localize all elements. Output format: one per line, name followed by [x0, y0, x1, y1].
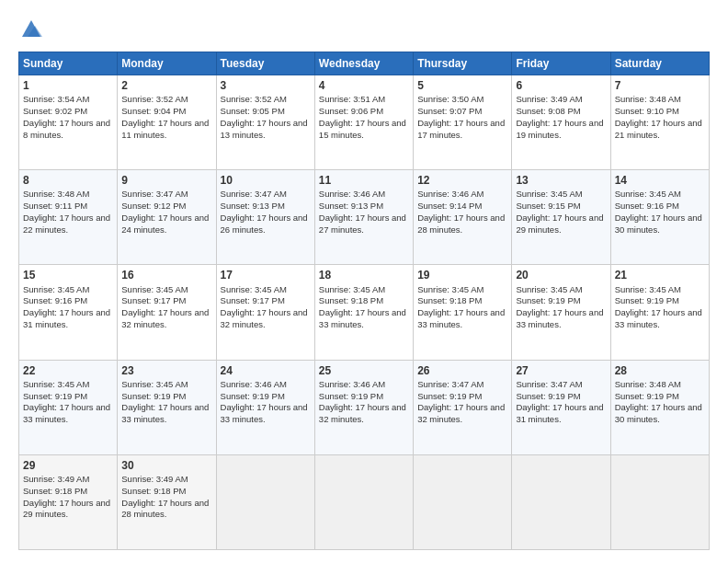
sunrise-text: Sunrise: 3:52 AM [221, 94, 287, 104]
day-number: 11 [319, 173, 409, 188]
sunrise-text: Sunrise: 3:45 AM [319, 284, 385, 294]
daylight-text: Daylight: 17 hours and 33 minutes. [221, 402, 308, 424]
sunset-text: Sunset: 9:19 PM [516, 391, 580, 401]
day-number: 16 [121, 268, 211, 282]
day-number: 10 [221, 173, 311, 188]
day-number: 15 [23, 268, 113, 282]
sunset-text: Sunset: 9:13 PM [221, 201, 285, 211]
calendar-cell: 10Sunrise: 3:47 AMSunset: 9:13 PMDayligh… [216, 170, 314, 265]
sunset-text: Sunset: 9:02 PM [23, 106, 87, 116]
day-number: 21 [615, 268, 705, 282]
sunrise-text: Sunrise: 3:45 AM [23, 379, 89, 389]
day-number: 14 [615, 173, 705, 188]
day-number: 4 [319, 78, 409, 93]
daylight-text: Daylight: 17 hours and 19 minutes. [516, 118, 603, 140]
daylight-text: Daylight: 17 hours and 32 minutes. [417, 402, 505, 424]
calendar-cell: 19Sunrise: 3:45 AMSunset: 9:18 PMDayligh… [414, 265, 512, 360]
daylight-text: Daylight: 17 hours and 32 minutes. [221, 307, 308, 329]
day-number: 1 [23, 78, 113, 93]
sunset-text: Sunset: 9:19 PM [319, 391, 383, 401]
calendar-cell: 2Sunrise: 3:52 AMSunset: 9:04 PMDaylight… [118, 75, 216, 170]
day-number: 19 [417, 268, 507, 282]
calendar-week-row: 8Sunrise: 3:48 AMSunset: 9:11 PMDaylight… [19, 170, 710, 265]
day-number: 20 [516, 268, 606, 282]
sunrise-text: Sunrise: 3:48 AM [23, 189, 89, 199]
day-number: 2 [121, 78, 211, 93]
daylight-text: Daylight: 17 hours and 32 minutes. [121, 307, 209, 329]
sunrise-text: Sunrise: 3:47 AM [516, 379, 582, 389]
sunset-text: Sunset: 9:19 PM [516, 295, 580, 305]
sunset-text: Sunset: 9:17 PM [121, 295, 186, 305]
sunrise-text: Sunrise: 3:45 AM [516, 284, 582, 294]
day-number: 28 [615, 363, 705, 378]
daylight-text: Daylight: 17 hours and 33 minutes. [121, 402, 209, 424]
sunset-text: Sunset: 9:14 PM [417, 201, 482, 211]
calendar-cell: 17Sunrise: 3:45 AMSunset: 9:17 PMDayligh… [216, 265, 314, 360]
calendar-cell: 13Sunrise: 3:45 AMSunset: 9:15 PMDayligh… [512, 170, 610, 265]
daylight-text: Daylight: 17 hours and 22 minutes. [23, 213, 110, 235]
day-number: 12 [417, 173, 507, 188]
calendar-cell: 5Sunrise: 3:50 AMSunset: 9:07 PMDaylight… [414, 75, 512, 170]
calendar-week-row: 15Sunrise: 3:45 AMSunset: 9:16 PMDayligh… [19, 265, 710, 360]
col-header-monday: Monday [118, 52, 216, 75]
day-number: 6 [516, 78, 606, 93]
sunset-text: Sunset: 9:08 PM [516, 106, 580, 116]
daylight-text: Daylight: 17 hours and 31 minutes. [516, 402, 603, 424]
calendar-table: SundayMondayTuesdayWednesdayThursdayFrid… [18, 52, 710, 550]
daylight-text: Daylight: 17 hours and 33 minutes. [615, 307, 702, 329]
day-number: 8 [23, 173, 113, 188]
sunrise-text: Sunrise: 3:46 AM [319, 379, 385, 389]
calendar-cell: 26Sunrise: 3:47 AMSunset: 9:19 PMDayligh… [414, 360, 512, 454]
sunset-text: Sunset: 9:04 PM [121, 106, 186, 116]
sunset-text: Sunset: 9:19 PM [221, 391, 285, 401]
calendar-cell [512, 454, 610, 549]
day-number: 9 [121, 173, 211, 188]
calendar-cell: 28Sunrise: 3:48 AMSunset: 9:19 PMDayligh… [610, 360, 709, 454]
calendar-cell [314, 454, 413, 549]
calendar-week-row: 1Sunrise: 3:54 AMSunset: 9:02 PMDaylight… [19, 75, 710, 170]
calendar-cell: 16Sunrise: 3:45 AMSunset: 9:17 PMDayligh… [118, 265, 216, 360]
col-header-wednesday: Wednesday [314, 52, 413, 75]
page: SundayMondayTuesdayWednesdayThursdayFrid… [0, 0, 728, 563]
calendar-cell: 14Sunrise: 3:45 AMSunset: 9:16 PMDayligh… [610, 170, 709, 265]
sunset-text: Sunset: 9:19 PM [417, 391, 482, 401]
sunset-text: Sunset: 9:07 PM [417, 106, 482, 116]
col-header-saturday: Saturday [610, 52, 709, 75]
col-header-sunday: Sunday [19, 52, 118, 75]
calendar-cell: 18Sunrise: 3:45 AMSunset: 9:18 PMDayligh… [314, 265, 413, 360]
calendar-cell [414, 454, 512, 549]
calendar-cell: 9Sunrise: 3:47 AMSunset: 9:12 PMDaylight… [118, 170, 216, 265]
col-header-tuesday: Tuesday [216, 52, 314, 75]
calendar-cell: 3Sunrise: 3:52 AMSunset: 9:05 PMDaylight… [216, 75, 314, 170]
calendar-cell [216, 454, 314, 549]
sunset-text: Sunset: 9:16 PM [615, 201, 679, 211]
calendar-week-row: 29Sunrise: 3:49 AMSunset: 9:18 PMDayligh… [19, 454, 710, 549]
daylight-text: Daylight: 17 hours and 21 minutes. [615, 118, 702, 140]
calendar-cell: 20Sunrise: 3:45 AMSunset: 9:19 PMDayligh… [512, 265, 610, 360]
day-number: 17 [221, 268, 311, 282]
calendar-cell: 8Sunrise: 3:48 AMSunset: 9:11 PMDaylight… [19, 170, 118, 265]
sunrise-text: Sunrise: 3:49 AM [23, 474, 89, 484]
daylight-text: Daylight: 17 hours and 8 minutes. [23, 118, 110, 140]
sunrise-text: Sunrise: 3:45 AM [516, 189, 582, 199]
sunrise-text: Sunrise: 3:46 AM [221, 379, 287, 389]
day-number: 5 [417, 78, 507, 93]
daylight-text: Daylight: 17 hours and 24 minutes. [121, 213, 209, 235]
sunset-text: Sunset: 9:18 PM [319, 295, 383, 305]
calendar-cell: 7Sunrise: 3:48 AMSunset: 9:10 PMDaylight… [610, 75, 709, 170]
calendar-cell: 23Sunrise: 3:45 AMSunset: 9:19 PMDayligh… [118, 360, 216, 454]
sunrise-text: Sunrise: 3:51 AM [319, 94, 385, 104]
sunrise-text: Sunrise: 3:45 AM [615, 284, 681, 294]
daylight-text: Daylight: 17 hours and 33 minutes. [319, 307, 406, 329]
day-number: 18 [319, 268, 409, 282]
daylight-text: Daylight: 17 hours and 26 minutes. [221, 213, 308, 235]
sunrise-text: Sunrise: 3:54 AM [23, 94, 89, 104]
daylight-text: Daylight: 17 hours and 32 minutes. [319, 402, 406, 424]
sunset-text: Sunset: 9:16 PM [23, 295, 87, 305]
sunrise-text: Sunrise: 3:45 AM [121, 284, 188, 294]
calendar-cell: 24Sunrise: 3:46 AMSunset: 9:19 PMDayligh… [216, 360, 314, 454]
day-number: 3 [221, 78, 311, 93]
daylight-text: Daylight: 17 hours and 33 minutes. [516, 307, 603, 329]
daylight-text: Daylight: 17 hours and 27 minutes. [319, 213, 406, 235]
sunset-text: Sunset: 9:19 PM [121, 391, 186, 401]
